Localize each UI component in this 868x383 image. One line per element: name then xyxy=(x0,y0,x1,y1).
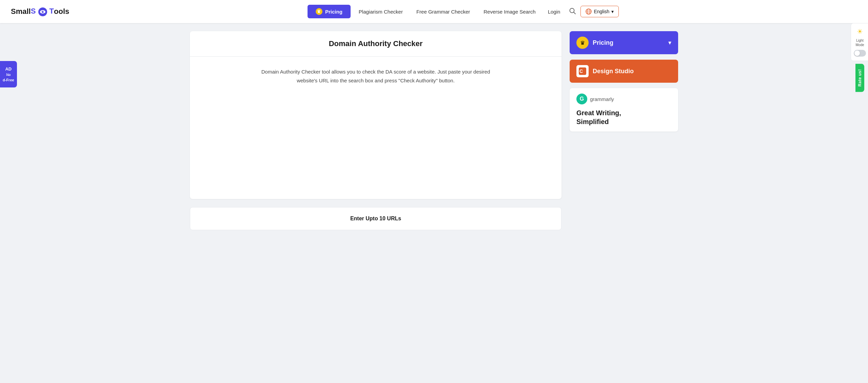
grammarly-widget[interactable]: G grammarly Great Writing, Simplified xyxy=(570,88,678,132)
main-nav: ♛ Pricing Plagiarism Checker Free Gramma… xyxy=(69,5,857,18)
svg-point-3 xyxy=(43,11,43,12)
nav-pricing-button[interactable]: ♛ Pricing xyxy=(308,5,351,18)
logo-tools: ools xyxy=(54,7,69,16)
nav-login[interactable]: Login xyxy=(544,6,565,17)
pricing-crown-icon: ♛ xyxy=(576,37,589,49)
logo-seo: S T xyxy=(31,7,54,16)
nav-reverse-image[interactable]: Reverse Image Search xyxy=(478,6,541,17)
logo-small: Small xyxy=(11,7,31,16)
ad-no-label: No xyxy=(6,73,11,77)
url-input-label: Enter Upto 10 URLs xyxy=(201,216,550,222)
canva-icon: C xyxy=(578,67,587,75)
grammarly-tagline-line2: Simplified xyxy=(576,117,671,126)
nav-plagiarism-checker[interactable]: Plagiarism Checker xyxy=(353,6,408,17)
light-mode-widget: ☀ Light Mode xyxy=(851,23,868,61)
pricing-widget[interactable]: ♛ Pricing ▾ xyxy=(570,31,678,54)
design-studio-widget[interactable]: C Design Studio xyxy=(570,60,678,83)
ad-label: AD xyxy=(5,66,12,72)
right-sidebar-widget: ☀ Light Mode Rate us! xyxy=(852,23,868,92)
grammarly-name: grammarly xyxy=(590,96,614,102)
logo-eye-icon xyxy=(38,7,47,16)
search-button[interactable] xyxy=(567,5,578,18)
language-label: English xyxy=(594,9,609,14)
page-container: Domain Authority Checker Domain Authorit… xyxy=(163,23,705,238)
grammarly-tagline: Great Writing, Simplified xyxy=(576,108,671,126)
url-input-section: Enter Upto 10 URLs xyxy=(190,207,561,230)
nav-pricing-label: Pricing xyxy=(325,9,342,15)
svg-point-2 xyxy=(42,11,44,13)
language-chevron-icon: ▾ xyxy=(611,9,614,14)
site-header: Small S T ools ♛ Pricing Plagiarism Chec… xyxy=(0,0,868,23)
ad-sidebar[interactable]: AD No d-Free xyxy=(0,61,17,87)
tool-description: Domain Authority Checker tool allows you… xyxy=(257,67,494,85)
tool-body: Domain Authority Checker tool allows you… xyxy=(190,57,561,199)
grammarly-tagline-line1: Great Writing, xyxy=(576,108,671,117)
sun-icon: ☀ xyxy=(857,27,863,36)
svg-line-5 xyxy=(574,12,575,14)
globe-icon xyxy=(586,8,592,15)
tool-title: Domain Authority Checker xyxy=(201,39,551,48)
right-panel: ♛ Pricing ▾ C Design Studio G grammarly … xyxy=(570,31,678,230)
light-mode-label: Light Mode xyxy=(855,38,864,47)
pricing-label: Pricing xyxy=(593,39,664,46)
design-studio-label: Design Studio xyxy=(593,68,634,75)
language-button[interactable]: English ▾ xyxy=(580,6,619,17)
pricing-chevron-icon: ▾ xyxy=(668,39,671,46)
site-logo[interactable]: Small S T ools xyxy=(11,7,69,16)
design-studio-icon: C xyxy=(576,65,589,77)
ad-badge[interactable]: AD No d-Free xyxy=(0,61,17,87)
rate-us-button[interactable]: Rate us! xyxy=(855,64,864,92)
light-mode-toggle[interactable] xyxy=(854,50,866,57)
main-content: Domain Authority Checker Domain Authorit… xyxy=(190,31,561,230)
tool-card: Domain Authority Checker Domain Authorit… xyxy=(190,31,561,199)
grammarly-g-icon: G xyxy=(576,94,587,104)
svg-text:C: C xyxy=(579,68,583,74)
crown-icon: ♛ xyxy=(316,8,322,15)
ad-free-label: d-Free xyxy=(3,78,14,82)
search-icon xyxy=(569,7,576,14)
tool-header: Domain Authority Checker xyxy=(190,31,561,57)
nav-grammar-checker[interactable]: Free Grammar Checker xyxy=(411,6,475,17)
grammarly-logo: G grammarly xyxy=(576,94,671,104)
